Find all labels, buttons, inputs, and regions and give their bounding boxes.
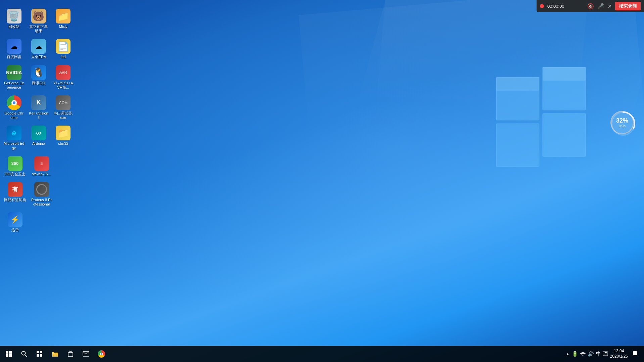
taskbar: ▲ 🔋 🔊 中 <box>0 346 644 362</box>
svg-rect-27 <box>606 352 607 353</box>
recording-dot <box>540 4 544 8</box>
windows-logo <box>496 67 590 168</box>
battery-icon[interactable]: 🔋 <box>572 351 578 357</box>
icon-xunlei[interactable]: ⚡ 迅雷 <box>2 211 28 234</box>
qq-icon: 🐧 <box>31 65 46 80</box>
proteus-label: Proteus 8 Professional <box>30 198 53 207</box>
youdao-icon: 有 <box>8 182 22 197</box>
light-beam-3 <box>298 0 644 249</box>
taskbar-chrome-icon <box>98 350 105 358</box>
icon-row-2: ☁ 百度网盘 ☁ 立创EDA 📄 led <box>2 37 76 61</box>
taskbar-chrome-button[interactable] <box>94 347 109 361</box>
svg-rect-5 <box>543 67 586 81</box>
icon-ms-edge[interactable]: e Microsoft Edge <box>2 124 26 151</box>
icon-commix[interactable]: COM 串口调试器.exe <box>52 94 75 121</box>
icon-yl39[interactable]: AVR YL-39 51+AVR简... <box>52 64 75 91</box>
svg-rect-17 <box>40 354 42 357</box>
keil-icon: K <box>31 95 46 110</box>
stop-recording-button[interactable]: 结束录制 <box>615 2 641 10</box>
close-recording-icon[interactable]: ✕ <box>607 3 612 9</box>
svg-rect-8 <box>6 351 8 354</box>
mail-button[interactable] <box>79 347 93 361</box>
lichuang-eda-icon: ☁ <box>31 39 46 54</box>
icon-stm32[interactable]: 📁 stm32 <box>52 124 75 151</box>
speed-widget: 32% 0K/s <box>610 111 634 134</box>
icon-row-8: ⚡ 迅雷 <box>2 210 76 234</box>
icon-chrome[interactable]: Google Chrome <box>2 94 26 121</box>
mixly-label: Mixly <box>59 25 67 29</box>
start-button[interactable] <box>1 347 16 361</box>
icon-recycle-bin[interactable]: 🗑️ 回收站 <box>2 7 26 35</box>
mic-icon[interactable]: 🎤 <box>597 3 604 9</box>
stm32-label: stm32 <box>58 141 68 146</box>
taskbar-date: 2020/1/26 <box>610 354 628 359</box>
xunlei-icon: ⚡ <box>8 212 22 227</box>
led-label: led <box>61 55 66 59</box>
icon-led[interactable]: 📄 led <box>52 38 75 60</box>
stc-isp-label: stc-isp-15... <box>32 172 51 176</box>
store-button[interactable] <box>63 347 78 361</box>
file-explorer-button[interactable] <box>48 347 62 361</box>
taskbar-time-date[interactable]: 13:04 2020/1/26 <box>610 349 628 359</box>
proteus-icon <box>34 182 49 197</box>
icon-baidu-disk[interactable]: ☁ 百度网盘 <box>2 38 26 60</box>
search-button[interactable] <box>17 347 32 361</box>
icon-keil[interactable]: K Keil uVision5 <box>27 94 50 121</box>
icon-geforce[interactable]: NVIDIA GeForce Experience <box>2 64 26 91</box>
volume-taskbar-icon[interactable]: 🔊 <box>588 351 594 357</box>
task-view-button[interactable] <box>32 347 47 361</box>
yl39-icon: AVR <box>56 65 71 80</box>
icon-youdao[interactable]: 有 网易有道词典 <box>2 181 28 208</box>
icon-arduino[interactable]: ∞ Arduino <box>27 124 50 151</box>
keil-label: Keil uVision5 <box>28 111 49 120</box>
icon-qq[interactable]: 🐧 腾讯QQ <box>27 64 50 91</box>
taskbar-right: ▲ 🔋 🔊 中 <box>566 347 643 361</box>
taskbar-left <box>1 347 109 361</box>
icon-proteus[interactable]: Proteus 8 Professional <box>29 181 54 208</box>
icon-360[interactable]: 360 360安全卫士 <box>2 155 28 178</box>
recycle-bin-icon: 🗑️ <box>7 9 21 24</box>
commix-icon: COM <box>56 95 71 110</box>
tray-expand-button[interactable]: ▲ <box>566 352 570 356</box>
svg-rect-14 <box>37 351 39 353</box>
svg-rect-16 <box>37 354 39 357</box>
360-icon: 360 <box>8 156 22 171</box>
svg-rect-2 <box>496 124 539 167</box>
stm32-icon: 📁 <box>56 126 71 140</box>
icon-mixly[interactable]: 📁 Mixly <box>52 7 75 35</box>
svg-rect-25 <box>604 352 604 353</box>
svg-rect-3 <box>543 114 586 156</box>
notification-icon <box>632 351 638 357</box>
svg-rect-30 <box>606 354 607 354</box>
volume-icon[interactable]: 🔇 <box>587 3 594 9</box>
notification-button[interactable] <box>630 347 640 361</box>
baidu-disk-icon: ☁ <box>7 39 21 54</box>
icon-stc-isp[interactable]: ≡ stc-isp-15... <box>29 155 54 178</box>
svg-rect-29 <box>605 354 606 354</box>
svg-rect-11 <box>9 354 12 357</box>
yl39-label: YL-39 51+AVR简... <box>53 81 74 90</box>
icon-row-4: Google Chrome K Keil uVision5 COM 串口调试器.… <box>2 93 76 122</box>
svg-rect-21 <box>68 353 73 357</box>
geforce-label: GeForce Experience <box>4 81 24 90</box>
lijichuang-label: 嘉立创下单助手 <box>28 25 49 33</box>
arduino-icon: ∞ <box>31 126 46 140</box>
recycle-bin-label: 回收站 <box>8 25 19 29</box>
icon-lichuang-eda[interactable]: ☁ 立创EDA <box>27 38 50 60</box>
lijichuang-icon: 🐻 <box>31 9 46 24</box>
icon-row-1: 🗑️ 回收站 🐻 嘉立创下单助手 📁 Mixly <box>2 7 76 35</box>
language-button[interactable]: 中 <box>596 351 601 357</box>
icon-row-6: 360 360安全卫士 ≡ stc-isp-15... <box>2 154 76 178</box>
network-icon[interactable] <box>580 351 586 357</box>
icon-lijichuang[interactable]: 🐻 嘉立创下单助手 <box>27 7 50 35</box>
desktop: 🗑️ 回收站 🐻 嘉立创下单助手 📁 Mixly ☁ 百度网盘 ☁ 立创EDA <box>0 0 644 362</box>
stc-isp-icon: ≡ <box>34 156 49 171</box>
youdao-label: 网易有道词典 <box>4 198 26 202</box>
svg-rect-10 <box>6 354 8 357</box>
lichuang-eda-label: 立创EDA <box>31 55 46 59</box>
svg-rect-20 <box>52 352 54 353</box>
keyboard-layout-icon[interactable] <box>603 351 608 357</box>
commix-label: 串口调试器.exe <box>53 111 74 120</box>
geforce-icon: NVIDIA <box>7 65 21 80</box>
xunlei-label: 迅雷 <box>11 228 19 232</box>
